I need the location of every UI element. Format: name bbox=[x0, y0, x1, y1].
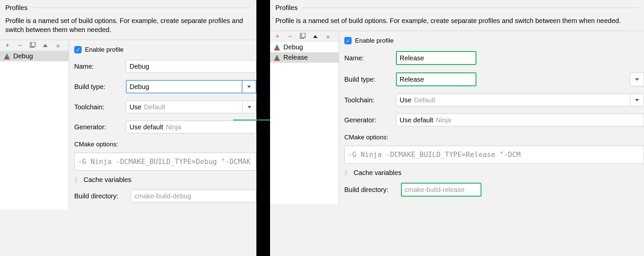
move-up-button[interactable] bbox=[42, 42, 49, 49]
profiles-sidebar: + − » Debug bbox=[0, 40, 69, 210]
divider bbox=[32, 8, 251, 8]
chevron-down-icon bbox=[635, 99, 639, 101]
section-description: Profile is a named set of build options.… bbox=[0, 12, 256, 40]
copy-icon bbox=[299, 33, 306, 40]
copy-profile-button[interactable] bbox=[29, 42, 36, 49]
checkbox-checked-icon: ✓ bbox=[74, 46, 82, 53]
copy-profile-button[interactable] bbox=[299, 33, 306, 40]
section-description: Profile is a named set of build options.… bbox=[270, 12, 644, 31]
cmake-icon bbox=[273, 44, 281, 51]
profiles-toolbar: + − » bbox=[270, 31, 339, 42]
toolchain-label: Toolchain: bbox=[344, 96, 396, 104]
svg-rect-9 bbox=[301, 33, 305, 38]
build-type-dropdown-button[interactable] bbox=[630, 72, 644, 86]
name-field[interactable]: Release bbox=[396, 51, 477, 65]
divider bbox=[302, 8, 639, 8]
chevron-right-icon: 〉 bbox=[344, 168, 351, 177]
profile-settings-pane-before: Profiles Profile is a named set of build… bbox=[0, 0, 256, 256]
generator-label: Generator: bbox=[74, 123, 126, 131]
profiles-body: + − » Debug Release bbox=[270, 31, 644, 204]
more-actions-button[interactable]: » bbox=[325, 33, 331, 40]
profiles-list: Debug Release bbox=[270, 42, 339, 204]
cmake-options-label: CMake options: bbox=[344, 134, 388, 141]
build-dir-label: Build directory: bbox=[344, 186, 401, 194]
generator-field[interactable]: Use defaultNinja bbox=[396, 114, 644, 126]
build-type-label: Build type: bbox=[344, 76, 396, 83]
cmake-icon bbox=[273, 54, 281, 61]
profile-item-label: Debug bbox=[283, 43, 303, 51]
copy-icon bbox=[29, 42, 36, 49]
build-type-combobox[interactable]: Debug bbox=[126, 80, 256, 93]
chevron-right-icon: 〉 bbox=[74, 175, 81, 184]
section-header: Profiles bbox=[270, 0, 644, 12]
profiles-toolbar: + − » bbox=[0, 40, 69, 51]
build-type-dropdown-button[interactable] bbox=[242, 80, 256, 93]
remove-profile-button[interactable]: − bbox=[287, 33, 293, 40]
cmake-options-field[interactable]: -G Ninja -DCMAKE_BUILD_TYPE=Release "-DC… bbox=[344, 146, 644, 164]
profile-item-debug[interactable]: Debug bbox=[270, 42, 339, 52]
profiles-sidebar: + − » Debug Release bbox=[270, 31, 339, 204]
svg-rect-1 bbox=[31, 42, 35, 47]
profile-item-release[interactable]: Release bbox=[270, 52, 339, 63]
toolchain-dropdown-button[interactable] bbox=[630, 94, 644, 106]
name-field[interactable]: Debug bbox=[126, 60, 256, 73]
cache-variables-disclosure[interactable]: 〉 Cache variables bbox=[74, 175, 256, 184]
toolchain-combobox[interactable]: UseDefault bbox=[396, 94, 644, 106]
profile-item-label: Debug bbox=[13, 52, 33, 60]
enable-profile-checkbox[interactable]: ✓ Enable profile bbox=[344, 37, 644, 44]
build-directory-field[interactable]: cmake-build-release bbox=[401, 183, 482, 197]
profile-settings-pane-after: Profiles Profile is a named set of build… bbox=[270, 0, 644, 256]
move-up-button[interactable] bbox=[312, 33, 319, 40]
cmake-icon bbox=[3, 53, 11, 60]
cmake-options-field[interactable]: -G Ninja -DCMAKE_BUILD_TYPE=Debug "-DCMA… bbox=[74, 153, 256, 171]
add-profile-button[interactable]: + bbox=[4, 42, 11, 49]
checkbox-checked-icon: ✓ bbox=[344, 37, 352, 44]
generator-label: Generator: bbox=[344, 116, 396, 124]
toolchain-dropdown-button[interactable] bbox=[243, 101, 256, 113]
profile-item-label: Release bbox=[283, 54, 308, 61]
chevron-down-icon bbox=[635, 78, 639, 81]
up-arrow-icon bbox=[313, 35, 318, 38]
build-type-label: Build type: bbox=[74, 83, 126, 91]
profiles-body: + − » Debug bbox=[0, 40, 256, 210]
more-actions-button[interactable]: » bbox=[55, 42, 61, 49]
cache-variables-disclosure[interactable]: 〉 Cache variables bbox=[344, 168, 644, 177]
remove-profile-button[interactable]: − bbox=[17, 42, 23, 49]
section-header: Profiles bbox=[0, 0, 256, 12]
toolchain-label: Toolchain: bbox=[74, 103, 126, 111]
name-label: Name: bbox=[74, 63, 126, 70]
toolchain-combobox[interactable]: UseDefault bbox=[126, 101, 256, 113]
section-title: Profiles bbox=[275, 4, 298, 12]
enable-profile-checkbox[interactable]: ✓ Enable profile bbox=[74, 46, 256, 53]
profiles-list: Debug bbox=[0, 51, 69, 210]
profile-item-debug[interactable]: Debug bbox=[0, 51, 69, 61]
chevron-down-icon bbox=[247, 106, 251, 108]
profile-form: ✓ Enable profile Name: Release Build typ… bbox=[339, 31, 644, 204]
cmake-options-label: CMake options: bbox=[74, 141, 118, 148]
enable-profile-label: Enable profile bbox=[85, 46, 124, 53]
chevron-down-icon bbox=[247, 86, 251, 88]
profile-form: ✓ Enable profile Name: Debug Build type:… bbox=[69, 40, 256, 210]
section-title: Profiles bbox=[5, 4, 28, 12]
build-directory-field[interactable]: cmake-build-debug bbox=[131, 190, 256, 202]
name-label: Name: bbox=[344, 54, 396, 62]
build-type-combobox[interactable]: Release bbox=[396, 72, 644, 86]
add-profile-button[interactable]: + bbox=[274, 33, 281, 40]
up-arrow-icon bbox=[43, 44, 48, 47]
build-dir-label: Build directory: bbox=[74, 192, 131, 200]
enable-profile-label: Enable profile bbox=[355, 37, 394, 44]
